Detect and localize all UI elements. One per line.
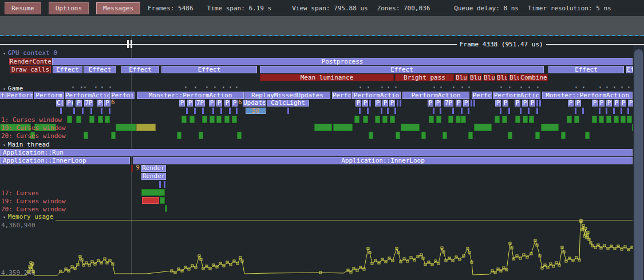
zone-bar[interactable]: Render (141, 173, 166, 180)
zone-bar[interactable]: P (187, 100, 193, 107)
thread-label-curses-20b[interactable]: 20: Curses window (1, 206, 66, 213)
green-zone[interactable] (232, 116, 237, 123)
zone-bar[interactable]: P (179, 100, 185, 107)
resume-button[interactable]: Resume (5, 2, 41, 14)
gpu-draw-zone[interactable]: Blur (455, 74, 468, 81)
thread-label-curses-17[interactable]: 17: Curses (1, 190, 39, 197)
memory-graph[interactable] (0, 0, 644, 280)
zone-bar[interactable]: P (621, 100, 626, 107)
green-zone[interactable] (390, 116, 395, 123)
zone-bar[interactable]: ReplayMissedUpdates (244, 92, 330, 99)
zone-bar[interactable]: Effect (161, 66, 257, 73)
zone-bar[interactable]: Render (141, 165, 166, 172)
gpu-draw-zone[interactable]: Blur (469, 74, 482, 81)
zone-bar[interactable]: P (503, 100, 508, 107)
green-zone[interactable] (181, 116, 187, 123)
green-zone[interactable] (67, 116, 72, 123)
zone-bar[interactable]: Perfc (332, 92, 351, 99)
zone-bar[interactable]: Effect (260, 66, 544, 73)
green-zone[interactable] (523, 116, 528, 123)
zone-bar[interactable]: Update (243, 100, 266, 107)
zone-label-box[interactable]: RenderConte (9, 58, 52, 65)
green-zone[interactable] (599, 116, 604, 123)
zone-bar[interactable]: PerformActior (65, 92, 110, 99)
zone-bar[interactable]: P (224, 100, 230, 107)
green-zone[interactable] (401, 124, 420, 131)
green-zone[interactable] (84, 132, 88, 139)
zone-bar[interactable]: P (389, 100, 395, 107)
green-zone[interactable] (456, 116, 461, 123)
zone-bar[interactable]: P (463, 100, 469, 107)
zone-bar[interactable]: P (97, 100, 103, 107)
green-zone[interactable] (89, 116, 94, 123)
zone-count[interactable]: 6 (238, 100, 242, 107)
zone-bar[interactable]: P (435, 100, 441, 107)
zone-bar[interactable]: P (355, 100, 361, 107)
zone-bar[interactable]: Application::InnerLoop (0, 157, 130, 164)
green-zone[interactable] (592, 116, 597, 123)
green-zone[interactable] (502, 116, 507, 123)
green-zone[interactable] (461, 116, 466, 123)
green-zone[interactable] (541, 124, 559, 131)
green-zone[interactable] (421, 132, 426, 139)
green-zone[interactable] (627, 116, 632, 123)
zone-bar[interactable]: P (456, 100, 461, 107)
zone-bar[interactable]: 7P (195, 100, 205, 107)
green-zone[interactable] (561, 132, 566, 139)
green-zone[interactable] (382, 116, 388, 123)
green-zone[interactable] (396, 132, 400, 139)
zone-bar[interactable]: P (530, 100, 535, 107)
section-header-memory[interactable]: ▾ Memory usage (3, 213, 53, 220)
scrollbar-track[interactable] (633, 45, 644, 280)
green-zone[interactable] (495, 116, 500, 123)
zone-count[interactable]: 9 (135, 165, 140, 172)
zone-bar[interactable]: Perforr (6, 92, 33, 99)
zone-bar[interactable]: P (375, 100, 381, 107)
red-zone[interactable] (142, 197, 159, 204)
green-zone[interactable] (333, 124, 353, 131)
green-zone[interactable] (535, 132, 540, 139)
green-zone[interactable] (165, 205, 167, 212)
section-header-main-thread[interactable]: ▾ Main thread (3, 141, 50, 148)
zone-bar[interactable]: Monster::PerformAction (137, 92, 244, 99)
green-zone[interactable] (468, 132, 473, 139)
scrollbar-thumb[interactable] (634, 49, 643, 280)
gpu-draw-zone[interactable]: Bright pass (395, 74, 454, 81)
zone-bar[interactable]: PerformAction (402, 92, 469, 99)
green-zone[interactable] (529, 116, 534, 123)
zone-bar[interactable]: Monster::PerformAction (542, 92, 633, 99)
green-zone[interactable] (202, 116, 207, 123)
zone-bar[interactable]: Postprocess (52, 58, 633, 65)
green-zone[interactable] (210, 116, 215, 123)
thread-label-curses-19b[interactable]: 19: Curses window (1, 198, 66, 205)
thread-label-curses-19[interactable]: 19: Curses window (1, 124, 66, 132)
zone-bar[interactable]: Application::Run (0, 149, 633, 156)
gpu-draw-zone[interactable]: Blur (483, 74, 495, 81)
green-zone[interactable] (429, 116, 434, 123)
zone-bar[interactable]: P (495, 100, 501, 107)
gpu-draw-zone[interactable]: Blu (509, 74, 520, 81)
green-zone[interactable] (160, 197, 165, 204)
zone-bar[interactable]: P (515, 100, 520, 107)
green-zone[interactable] (177, 132, 181, 139)
green-zone[interactable] (574, 116, 579, 123)
zone-bar[interactable]: P (614, 100, 619, 107)
green-zone[interactable] (354, 116, 359, 123)
zone-bar[interactable]: Perform (34, 92, 64, 99)
green-zone[interactable] (369, 132, 373, 139)
green-zone[interactable] (442, 132, 447, 139)
zone-bar[interactable]: Application::InnerLoop (133, 157, 633, 164)
zone-label-box[interactable]: Draw calls (10, 66, 51, 73)
green-zone[interactable] (314, 124, 332, 131)
green-zone[interactable] (141, 189, 165, 196)
zone-bar[interactable]: Effect (53, 66, 82, 73)
section-header-gpu[interactable]: ▾ GPU context 0 (3, 49, 57, 57)
green-zone[interactable] (116, 124, 136, 131)
zone-bar[interactable]: P (362, 100, 368, 107)
frame-separator-handle[interactable] (127, 40, 132, 48)
green-zone[interactable] (448, 116, 453, 123)
gpu-draw-zone[interactable]: Blur (496, 74, 508, 81)
green-zone[interactable] (363, 116, 368, 123)
zone-bar[interactable]: P (592, 100, 598, 107)
zone-bar[interactable]: Effect (121, 66, 159, 73)
